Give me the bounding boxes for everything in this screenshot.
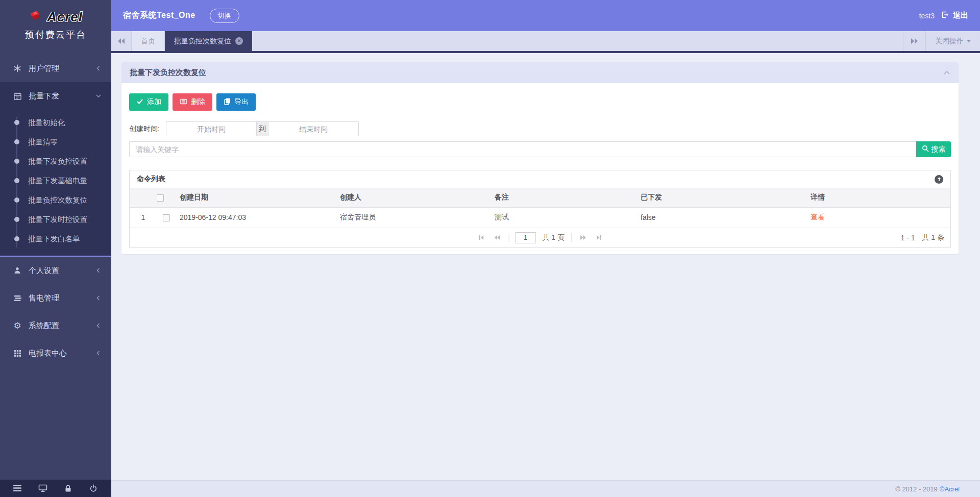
batch-load-reset-panel: 批量下发负控次数复位 添加 删除 bbox=[121, 62, 959, 254]
logout-button[interactable]: 退出 bbox=[941, 11, 968, 20]
col-creator: 创建人 bbox=[336, 188, 491, 207]
bullet-icon bbox=[14, 139, 19, 144]
search-icon bbox=[922, 145, 929, 154]
sidebar-group-batch-send: 批量下发 批量初始化 批量清零 批量下发负控设置 批量下发基础电量 批量负控次数… bbox=[0, 82, 111, 256]
bullet-icon bbox=[14, 120, 19, 125]
sidebar-item-label: 个人设置 bbox=[29, 266, 59, 276]
to-separator: 到 bbox=[256, 121, 268, 136]
panel-collapse-button[interactable] bbox=[943, 70, 950, 76]
sidebar-subitem-base-energy[interactable]: 批量下发基础电量 bbox=[0, 171, 111, 190]
sidebar-subitem-whitelist[interactable]: 批量下发白名单 bbox=[0, 229, 111, 248]
caret-down-icon bbox=[967, 40, 971, 42]
copy-export-icon bbox=[224, 97, 231, 107]
tabs-scroll-right-button[interactable] bbox=[903, 31, 925, 51]
start-time-input[interactable] bbox=[166, 121, 256, 136]
top-header: 宿舍系统Test_One 切换 test3 退出 bbox=[111, 0, 980, 31]
subitem-label: 批量初始化 bbox=[28, 118, 65, 128]
tab-close-icon[interactable]: ✕ bbox=[235, 37, 243, 45]
search-button[interactable]: 搜索 bbox=[916, 141, 951, 157]
add-button[interactable]: 添加 bbox=[129, 93, 168, 111]
tab-home[interactable]: 首页 bbox=[132, 31, 165, 51]
total-pages-label: 共 1 页 bbox=[543, 233, 565, 242]
cell-sent: false bbox=[636, 207, 806, 228]
calendar-icon bbox=[13, 91, 22, 101]
subitem-label: 批量清零 bbox=[28, 137, 58, 147]
tabs-scroll-left-button[interactable] bbox=[111, 31, 132, 51]
sidebar-item-personal-settings[interactable]: 个人设置 bbox=[0, 257, 111, 284]
toolbar: 添加 删除 导出 bbox=[129, 93, 951, 111]
pagination-bar: 共 1 页 1 - 1 共 1 条 bbox=[130, 228, 950, 247]
close-operations-label: 关闭操作 bbox=[935, 37, 964, 46]
command-list-title: 命令列表 bbox=[137, 175, 165, 184]
hamburger-menu-icon[interactable] bbox=[13, 483, 23, 493]
record-range: 1 - 1 bbox=[900, 234, 915, 242]
username[interactable]: test3 bbox=[919, 12, 935, 20]
create-time-label: 创建时间: bbox=[129, 125, 160, 134]
chevron-left-icon bbox=[95, 294, 102, 303]
sidebar-subitem-batch-init[interactable]: 批量初始化 bbox=[0, 113, 111, 132]
page-number-input[interactable] bbox=[516, 232, 536, 243]
bullet-icon bbox=[14, 159, 19, 164]
sidebar-item-label: 售电管理 bbox=[29, 293, 59, 303]
grid-icon bbox=[13, 349, 22, 358]
batch-send-submenu: 批量初始化 批量清零 批量下发负控设置 批量下发基础电量 批量负控次数复位 批量… bbox=[0, 110, 111, 256]
sidebar-subitem-batch-clear[interactable]: 批量清零 bbox=[0, 132, 111, 152]
end-time-input[interactable] bbox=[268, 121, 359, 136]
user-icon bbox=[13, 266, 22, 275]
lock-icon[interactable] bbox=[63, 483, 74, 493]
panel-header: 批量下发负控次数复位 bbox=[121, 62, 959, 83]
sidebar-bottom-bar bbox=[0, 480, 111, 497]
brand-logo-text: Acrel bbox=[47, 9, 83, 25]
col-create-date: 创建日期 bbox=[176, 188, 336, 207]
power-icon[interactable] bbox=[88, 483, 99, 493]
first-page-button[interactable] bbox=[476, 232, 487, 243]
monitor-icon[interactable] bbox=[38, 483, 48, 493]
create-time-filter: 创建时间: 到 bbox=[129, 121, 951, 136]
app-root: Acrel 预付费云平台 用户管理 批量下发 bbox=[0, 0, 980, 497]
last-page-button[interactable] bbox=[593, 232, 604, 243]
view-detail-link[interactable]: 查看 bbox=[811, 213, 825, 221]
sidebar-item-label: 电报表中心 bbox=[29, 349, 67, 358]
command-table: 创建日期 创建人 备注 已下发 详情 1 2019-06-12 bbox=[130, 188, 950, 228]
sidebar-item-meter-center[interactable]: 电报表中心 bbox=[0, 339, 111, 367]
sidebar-item-system-config[interactable]: ⚙ 系统配置 bbox=[0, 312, 111, 339]
export-button[interactable]: 导出 bbox=[216, 93, 256, 111]
subitem-label: 批量下发基础电量 bbox=[28, 176, 87, 186]
tab-bar: 首页 批量负控次数复位 ✕ 关闭操作 bbox=[111, 31, 980, 51]
col-detail: 详情 bbox=[806, 188, 950, 207]
pager-separator bbox=[571, 233, 571, 242]
tab-batch-load-reset[interactable]: 批量负控次数复位 ✕ bbox=[165, 31, 252, 51]
close-operations-dropdown[interactable]: 关闭操作 bbox=[925, 31, 980, 51]
platform-name: 预付费云平台 bbox=[0, 29, 111, 41]
tab-label: 首页 bbox=[141, 37, 155, 46]
prev-page-button[interactable] bbox=[492, 232, 503, 243]
record-total: 共 1 条 bbox=[922, 233, 944, 242]
row-checkbox[interactable] bbox=[163, 214, 170, 221]
switch-system-button[interactable]: 切换 bbox=[210, 9, 239, 23]
keyword-search-input[interactable] bbox=[129, 141, 916, 157]
sidebar-subitem-load-reset[interactable]: 批量负控次数复位 bbox=[0, 190, 111, 210]
list-delete-icon bbox=[180, 98, 187, 107]
sidebar-item-label: 批量下发 bbox=[29, 91, 59, 101]
select-all-checkbox[interactable] bbox=[157, 194, 164, 202]
sidebar-item-label: 系统配置 bbox=[29, 321, 59, 331]
export-label: 导出 bbox=[234, 97, 249, 107]
sidebar-nav: 用户管理 批量下发 批量初始化 批量清零 bbox=[0, 48, 111, 367]
sidebar-subitem-time-control[interactable]: 批量下发时控设置 bbox=[0, 210, 111, 229]
scroll-top-icon[interactable] bbox=[935, 175, 943, 184]
delete-button[interactable]: 删除 bbox=[173, 93, 212, 111]
next-page-button[interactable] bbox=[577, 232, 589, 243]
sidebar-item-batch-send[interactable]: 批量下发 bbox=[0, 82, 111, 110]
row-index: 1 bbox=[130, 207, 153, 228]
sidebar-item-user-management[interactable]: 用户管理 bbox=[0, 55, 111, 82]
sidebar-subitem-load-control[interactable]: 批量下发负控设置 bbox=[0, 152, 111, 171]
table-row[interactable]: 1 2019-06-12 09:47:03 宿舍管理员 测试 false 查看 bbox=[130, 207, 950, 228]
chevron-left-icon bbox=[95, 322, 102, 331]
command-list-header: 命令列表 bbox=[130, 170, 950, 188]
sidebar-item-electricity-sale[interactable]: 售电管理 bbox=[0, 284, 111, 312]
bullet-icon bbox=[14, 178, 19, 183]
acrel-footer-link[interactable]: ©Acrel bbox=[940, 485, 960, 493]
page-footer: © 2012 - 2019 ©Acrel bbox=[111, 480, 980, 497]
command-list-block: 命令列表 创建日期 创建人 bbox=[129, 170, 951, 248]
search-row: 搜索 bbox=[129, 141, 951, 157]
